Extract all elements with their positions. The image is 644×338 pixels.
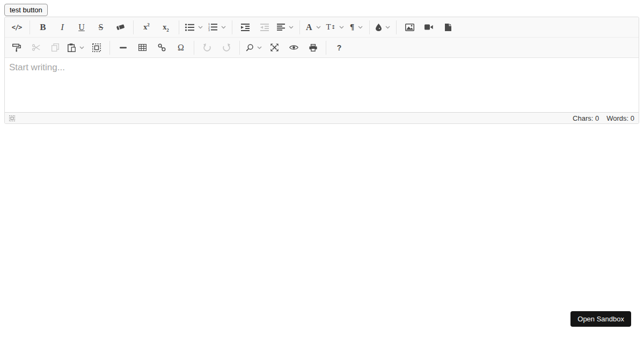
strikethrough-icon: S [99,23,104,32]
link-icon [158,43,166,52]
svg-text:3: 3 [208,28,210,31]
outdent-button[interactable] [258,20,272,35]
insert-image-button[interactable] [402,20,416,35]
toolbar-separator [232,20,232,34]
superscript-exponent: 2 [147,22,150,27]
counters: Chars: 0 Words: 0 [573,114,634,122]
toolbar-separator [30,20,30,34]
chevron-down-icon [221,26,226,29]
chevron-down-icon [385,26,390,29]
select-all-icon [92,43,101,52]
table-icon [138,44,147,51]
brush-color-button[interactable] [376,20,390,35]
outdent-icon [260,24,269,31]
statusbar-handle-button[interactable] [9,115,15,121]
redo-icon [222,43,231,52]
open-sandbox-button[interactable]: Open Sandbox [570,311,631,327]
special-characters-button[interactable]: Ω [174,40,188,55]
code-view-button[interactable]: </> [10,20,24,35]
superscript-icon: x2 [143,24,150,31]
font-family-icon: A [306,23,312,32]
ordered-list-button[interactable]: 1 2 3 [208,20,226,35]
clear-formatting-button[interactable] [113,20,127,35]
font-size-arrows: ↕ [331,24,335,30]
eye-icon [289,45,298,50]
horizontal-line-icon [120,47,127,49]
toolbar-separator [369,20,370,34]
chevron-down-icon [289,26,294,29]
help-button[interactable]: ? [332,40,346,55]
indent-button[interactable] [238,20,252,35]
italic-icon: I [61,23,64,32]
align-button[interactable] [277,20,294,35]
subscript-index: 2 [166,27,169,32]
copy-icon [52,43,59,52]
insert-file-button[interactable] [441,20,455,35]
print-button[interactable] [306,40,320,55]
paragraph-icon: ¶ [350,23,354,31]
unordered-list-button[interactable] [185,20,203,35]
video-camera-icon [425,24,433,30]
indent-icon [241,24,250,31]
toolbar-separator [194,41,194,55]
insert-table-button[interactable] [135,40,149,55]
bold-button[interactable]: B [36,20,50,35]
font-size-button[interactable]: T↕ [326,20,345,35]
code-view-icon: </> [12,24,22,31]
subscript-button[interactable]: x2 [159,20,173,35]
clipboard-paste-icon [68,43,76,52]
select-all-button[interactable] [90,40,104,55]
printer-icon [309,44,317,52]
toolbar-separator [299,20,300,34]
test-button[interactable]: test button [4,4,48,16]
chevron-down-icon [79,46,84,49]
toolbar-separator [179,20,179,34]
superscript-button[interactable]: x2 [140,20,153,35]
image-icon [405,24,414,31]
preview-button[interactable] [287,40,301,55]
insert-link-button[interactable] [155,40,169,55]
chevron-down-icon [316,26,321,29]
toolbar-separator [239,41,240,55]
question-mark-icon: ? [337,44,342,52]
underline-button[interactable]: U [75,20,89,35]
chevron-down-icon [358,26,363,29]
word-counter: Words: 0 [606,114,634,122]
editor-placeholder: Start writing... [9,62,65,72]
droplet-icon [376,24,382,31]
copy-button[interactable] [48,40,62,55]
format-painter-button[interactable] [10,40,24,55]
chevron-down-icon [257,46,262,49]
omega-icon: Ω [178,43,184,52]
search-button[interactable] [246,40,262,55]
insert-video-button[interactable] [422,20,436,35]
toolbar-separator [133,20,134,34]
italic-button[interactable]: I [55,20,69,35]
undo-button[interactable] [200,40,214,55]
scissors-icon [32,44,40,51]
editor-content[interactable]: Start writing... [5,58,639,112]
eraser-icon [116,24,125,31]
toolbar-separator [326,41,326,55]
chevron-down-icon [198,26,203,29]
paragraph-format-button[interactable]: ¶ [349,20,363,35]
horizontal-rule-button[interactable] [116,40,130,55]
rich-text-editor: </> B I U S x2 x2 [4,17,639,124]
status-bar: Chars: 0 Words: 0 [5,112,639,123]
fullscreen-icon [270,43,279,52]
file-icon [445,24,451,31]
underline-icon: U [78,23,85,32]
font-size-icon: T↕ [326,23,336,31]
redo-button[interactable] [219,40,233,55]
subscript-icon: x2 [163,24,169,31]
strikethrough-button[interactable]: S [94,20,108,35]
toolbar-separator [396,20,397,34]
toolbar-row-1: </> B I U S x2 x2 [5,17,639,38]
paste-button[interactable] [68,40,84,55]
font-family-button[interactable]: A [306,20,321,35]
chevron-down-icon [339,26,344,29]
fullscreen-button[interactable] [267,40,281,55]
cut-button[interactable] [29,40,43,55]
search-icon [246,44,253,52]
font-size-letter: T [326,23,331,31]
